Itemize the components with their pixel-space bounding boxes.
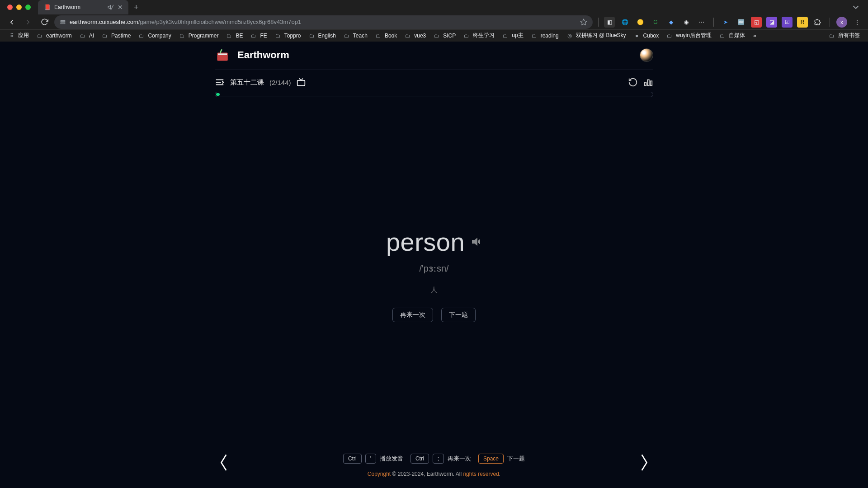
svg-marker-15 [472, 239, 477, 245]
shortcuts-bar: Ctrl ' 播放发音 Ctrl ; 再来一次 Space 下一题 [215, 450, 653, 471]
svg-rect-11 [297, 80, 305, 86]
app-root: Earthworm 第五十二课 (2/144) [0, 42, 868, 488]
video-icon[interactable] [297, 78, 306, 87]
address-bar: earthworm.cuixueshe.com/game/p3yk3vz0hlr… [0, 14, 868, 29]
menu-dots-icon[interactable]: ⋮ [852, 17, 863, 28]
ext-icon[interactable]: ◆ [665, 17, 676, 28]
footer-mid: © 2023-2024, Earthworm. All [391, 471, 463, 477]
footer-dot: . [499, 471, 500, 477]
browser-tab[interactable]: 📕 Earthworm ✕ [38, 0, 128, 14]
footer-copyright: Copyright [368, 471, 391, 477]
ext-icon[interactable]: 🟡 [635, 17, 646, 28]
lesson-bar: 第五十二课 (2/144) [215, 70, 653, 92]
stats-icon[interactable] [643, 77, 653, 87]
ext-icon[interactable]: ◱ [751, 17, 762, 28]
bookmark-item[interactable]: 🗀Book [372, 30, 400, 41]
extensions-area: ◧ 🌐 🟡 G ◆ ◉ ⋯ ➤ 🔤 ◱ ◪ ☑ R x ⋮ [604, 17, 863, 28]
menu-toggle-icon[interactable] [215, 77, 225, 87]
ext-icon[interactable]: ◪ [766, 17, 777, 28]
next-arrow-icon[interactable] [638, 453, 650, 472]
bottom-nav: Ctrl ' 播放发音 Ctrl ; 再来一次 Space 下一题 Copyri… [215, 450, 653, 488]
profile-avatar[interactable]: x [836, 17, 847, 28]
reset-icon[interactable] [628, 77, 638, 87]
apps-grid-icon[interactable]: ⠿应用 [5, 30, 32, 41]
new-tab-button[interactable]: + [134, 3, 139, 12]
bookmark-item[interactable]: 🗀Programmer [176, 30, 222, 41]
ext-icon[interactable]: ➤ [720, 17, 731, 28]
shortcut-label: 下一题 [507, 455, 525, 463]
close-window-icon[interactable] [7, 5, 13, 10]
maximize-window-icon[interactable] [25, 5, 31, 10]
user-avatar[interactable] [640, 48, 653, 62]
svg-rect-1 [61, 20, 65, 21]
footer-rights-link[interactable]: rights reserved [463, 471, 499, 477]
bookmark-item[interactable]: 🗀vue3 [401, 30, 429, 41]
bookmark-item[interactable]: 🗀earthworm [33, 30, 75, 41]
speaker-icon[interactable] [471, 236, 482, 247]
app-header: Earthworm [215, 42, 653, 70]
next-button[interactable]: 下一题 [441, 308, 476, 322]
back-button[interactable] [5, 16, 18, 28]
bookmark-item[interactable]: 🗀FE [247, 30, 269, 41]
bookmark-item[interactable]: 🗀wuyin后台管理 [663, 30, 714, 41]
site-settings-icon[interactable] [60, 19, 66, 25]
chevron-down-icon[interactable] [851, 2, 861, 12]
word-text: person [386, 227, 465, 257]
bookmark-star-icon[interactable] [580, 19, 587, 26]
bookmark-item[interactable]: 🗀自媒体 [716, 30, 748, 41]
shortcut-play: Ctrl ' 播放发音 [343, 454, 403, 464]
ext-icon[interactable]: ◉ [681, 17, 692, 28]
bookmark-bar: ⠿应用 🗀earthworm 🗀AI 🗀Pastime 🗀Company 🗀Pr… [0, 29, 868, 42]
ext-icon[interactable]: R [797, 17, 808, 28]
tab-title: Earthworm [54, 4, 104, 10]
tab-bar: 📕 Earthworm ✕ + [0, 0, 868, 14]
ext-icon[interactable]: ☑ [782, 17, 793, 28]
bookmark-item[interactable]: 🗀English [306, 30, 339, 41]
minimize-window-icon[interactable] [16, 5, 22, 10]
shortcut-label: 播放发音 [380, 455, 403, 463]
shortcut-again: Ctrl ; 再来一次 [410, 454, 471, 464]
tab-mute-icon[interactable] [108, 4, 114, 10]
bookmark-item[interactable]: 🗀Toppro [272, 30, 304, 41]
key-semicolon: ; [433, 454, 444, 464]
bookmark-item[interactable]: 🗀BE [223, 30, 245, 41]
bookmark-item[interactable]: 🗀Teach [340, 30, 370, 41]
bookmark-item[interactable]: 🗀up主 [499, 30, 526, 41]
forward-button[interactable] [22, 16, 34, 28]
reload-button[interactable] [38, 16, 51, 28]
svg-rect-12 [645, 82, 646, 85]
svg-rect-13 [647, 80, 649, 86]
bookmark-item[interactable]: 🗀Company [135, 30, 174, 41]
word-card: person /'pɜːsn/ 人 再来一次 下一题 [215, 99, 653, 450]
bookmark-item[interactable]: 🗀SICP [430, 30, 458, 41]
all-bookmarks[interactable]: 🗀所有书签 [826, 30, 863, 41]
key-ctrl: Ctrl [410, 454, 429, 464]
bookmark-item[interactable]: 🗀Pastime [99, 30, 133, 41]
progress-bar [215, 92, 653, 97]
lesson-progress-text: (2/144) [269, 79, 291, 86]
phonetic-text: /'pɜːsn/ [419, 263, 448, 274]
bookmark-item[interactable]: 🗀AI [76, 30, 97, 41]
url-field[interactable]: earthworm.cuixueshe.com/game/p3yk3vz0hlr… [54, 15, 593, 29]
bookmark-item[interactable]: 🗀reading [528, 30, 561, 41]
ext-icon[interactable]: ◧ [604, 17, 615, 28]
brand[interactable]: Earthworm [215, 47, 289, 63]
ext-icon[interactable]: G [650, 17, 661, 28]
bookmark-item[interactable]: ◎双拼练习 @ BlueSky [563, 30, 629, 41]
ext-icon[interactable]: 🔤 [736, 17, 746, 28]
bookmark-item[interactable]: 🗀终生学习 [460, 30, 497, 41]
bookmark-item[interactable]: ●Cubox [631, 30, 662, 41]
ext-icon[interactable]: ⋯ [696, 17, 707, 28]
extensions-puzzle-icon[interactable] [812, 17, 823, 28]
browser-chrome: 📕 Earthworm ✕ + earthworm.cuixue [0, 0, 868, 42]
again-button[interactable]: 再来一次 [392, 308, 433, 322]
bookmarks-overflow-icon[interactable]: » [753, 33, 756, 39]
prev-arrow-icon[interactable] [218, 453, 230, 472]
window-controls [7, 5, 31, 10]
ext-icon[interactable]: 🌐 [619, 17, 630, 28]
url-text: earthworm.cuixueshe.com/game/p3yk3vz0hlr… [70, 19, 301, 25]
tab-close-icon[interactable]: ✕ [118, 4, 123, 11]
shortcut-next: Space 下一题 [478, 454, 525, 464]
footer: Copyright © 2023-2024, Earthworm. All ri… [215, 471, 653, 483]
lesson-title: 第五十二课 [230, 78, 264, 87]
